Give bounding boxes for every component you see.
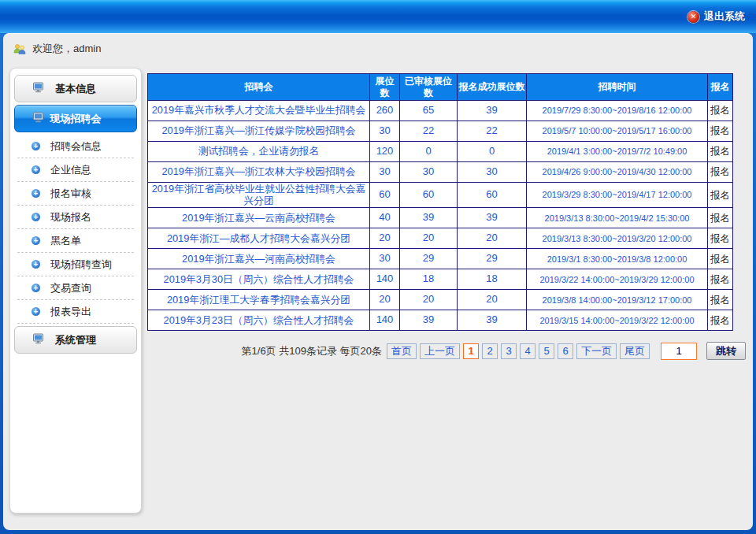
fair-name: 2019年浙江嘉兴—河南高校招聘会 [148,249,370,269]
signup-link[interactable]: 报名 [708,142,733,162]
pagination: 第1/6页 共109条记录 每页20条 首页 上一页 123456 下一页 尾页… [147,342,746,360]
fair-name: 2019年浙江嘉兴—浙江农林大学校园招聘会 [148,162,370,183]
logout-x-icon: ✕ [687,11,699,23]
signup-link[interactable]: 报名 [708,249,733,269]
plus-circle-icon: + [32,307,40,316]
approved-booth-count: 30 [400,162,458,183]
monitor-icon [32,82,45,93]
content-panel: 欢迎您，admin 基本信息现场招聘会+招聘会信息+企业信息+报名审核+现场报名… [3,33,753,530]
table-row: 2019年浙江嘉兴—河南高校招聘会3029292019/3/1 8:30:00~… [148,249,733,269]
fair-table-area: 招聘会展位数已审核展位数报名成功展位数招聘时间报名 2019年嘉兴市秋季人才交流… [147,73,746,360]
column-header-3: 已审核展位数 [400,74,458,101]
success-booth-count: 30 [458,162,527,183]
pagination-page-list: 123456 [463,343,573,359]
booth-count: 140 [370,310,400,331]
page-jump-button[interactable]: 跳转 [706,342,746,360]
table-row: 2019年浙江嘉兴—云南高校招聘会4039392019/3/13 8:30:00… [148,208,733,228]
table-row: 2019年浙江嘉兴—浙江传媒学院校园招聘会3022222019/5/7 10:0… [148,121,733,142]
pagination-page-3[interactable]: 3 [501,343,517,359]
table-row: 2019年浙江理工大学春季招聘会嘉兴分团2020202019/3/8 14:00… [148,290,733,310]
sidebar-item-report-export[interactable]: +报表导出 [17,300,134,324]
signup-link[interactable]: 报名 [708,208,733,228]
sidebar-item-basic-info[interactable]: 基本信息 [14,75,137,102]
pagination-prev-button[interactable]: 上一页 [420,343,460,359]
sidebar-item-onsite-recruit-query[interactable]: +现场招聘查询 [17,253,134,276]
column-header-6: 报名 [708,74,733,101]
booth-count: 20 [370,290,400,310]
fair-time: 2019/3/15 14:00:00~2019/3/22 12:00:00 [527,310,708,331]
table-row: 2019年3月23日（周六）综合性人才招聘会14039392019/3/15 1… [148,310,733,331]
pagination-page-4[interactable]: 4 [520,343,536,359]
success-booth-count: 39 [458,101,527,121]
table-row: 测试招聘会，企业请勿报名120002019/4/1 3:00:00~2019/7… [148,142,733,162]
fair-time: 2019/3/13 8:30:00~2019/3/20 12:00:00 [527,228,708,249]
approved-booth-count: 60 [400,183,458,208]
fair-name: 2019年浙江嘉兴—浙江传媒学院校园招聘会 [148,121,370,142]
pagination-page-2[interactable]: 2 [482,343,498,359]
booth-count: 140 [370,269,400,290]
sidebar-item-onsite-job-fair[interactable]: 现场招聘会 [14,105,137,132]
table-row: 2019年3月30日（周六）综合性人才招聘会14018182019/3/22 1… [148,269,733,290]
table-row: 2019年浙江—成都人才招聘大会嘉兴分团2020202019/3/13 8:30… [148,228,733,249]
fair-name: 2019年浙江嘉兴—云南高校招聘会 [148,208,370,228]
approved-booth-count: 22 [400,121,458,142]
fair-time: 2019/3/29 8:30:00~2019/4/17 12:00:00 [527,183,708,208]
sidebar: 基本信息现场招聘会+招聘会信息+企业信息+报名审核+现场报名+黑名单+现场招聘查… [9,68,142,514]
pagination-last-button[interactable]: 尾页 [620,343,650,359]
booth-count: 260 [370,101,400,121]
sidebar-item-fair-info[interactable]: +招聘会信息 [17,135,134,158]
signup-link[interactable]: 报名 [708,269,733,290]
plus-circle-icon: + [32,189,40,198]
success-booth-count: 20 [458,290,527,310]
pagination-page-1[interactable]: 1 [463,343,479,359]
pagination-page-5[interactable]: 5 [539,343,554,359]
sidebar-item-transaction-query[interactable]: +交易查询 [17,276,134,300]
pagination-next-button[interactable]: 下一页 [576,343,617,359]
sidebar-item-company-info[interactable]: +企业信息 [17,158,134,182]
success-booth-count: 0 [458,142,527,162]
menu-group-label: 系统管理 [55,333,96,347]
welcome-text: 欢迎您，admin [32,42,101,56]
logout-button[interactable]: ✕ 退出系统 [687,9,745,24]
success-booth-count: 29 [458,249,527,269]
welcome-bar: 欢迎您，admin [13,42,101,56]
sidebar-item-onsite-signup[interactable]: +现场报名 [17,206,134,229]
fair-name: 2019年浙江理工大学春季招聘会嘉兴分团 [148,290,370,310]
booth-count: 40 [370,208,400,228]
signup-link[interactable]: 报名 [708,162,733,183]
fair-time: 2019/4/1 3:00:00~2019/7/2 10:49:00 [527,142,708,162]
approved-booth-count: 39 [400,208,458,228]
sidebar-item-system-mgmt[interactable]: 系统管理 [14,326,137,354]
signup-link[interactable]: 报名 [708,183,733,208]
signup-link[interactable]: 报名 [708,310,733,331]
pagination-page-6[interactable]: 6 [558,343,573,359]
logout-label: 退出系统 [704,9,745,24]
signup-link[interactable]: 报名 [708,101,733,121]
pagination-first-button[interactable]: 首页 [387,343,417,359]
monitor-icon [32,112,45,123]
menu-sub-label: 现场招聘查询 [50,258,112,272]
booth-count: 20 [370,228,400,249]
signup-link[interactable]: 报名 [708,290,733,310]
approved-booth-count: 18 [400,269,458,290]
booth-count: 30 [370,249,400,269]
table-header-row: 招聘会展位数已审核展位数报名成功展位数招聘时间报名 [148,74,733,101]
fair-name: 测试招聘会，企业请勿报名 [148,142,370,162]
sidebar-item-blacklist[interactable]: +黑名单 [17,229,134,253]
fair-time: 2019/7/29 8:30:00~2019/8/16 12:00:00 [527,101,708,121]
page-jump-input[interactable] [661,343,697,360]
plus-circle-icon: + [32,213,40,221]
table-row: 2019年嘉兴市秋季人才交流大会暨毕业生招聘会26065392019/7/29 … [148,101,733,121]
column-header-4: 报名成功展位数 [458,74,527,101]
fair-time: 2019/3/1 8:30:00~2019/3/8 12:00:00 [527,249,708,269]
menu-sub-label: 黑名单 [50,234,81,248]
plus-circle-icon: + [32,284,40,292]
sidebar-item-signup-review[interactable]: +报名审核 [17,182,134,206]
sidebar-menu: 基本信息现场招聘会+招聘会信息+企业信息+报名审核+现场报名+黑名单+现场招聘查… [10,75,141,354]
fair-name: 2019年3月30日（周六）综合性人才招聘会 [148,269,370,290]
approved-booth-count: 0 [400,142,458,162]
signup-link[interactable]: 报名 [708,228,733,249]
menu-sub-label: 报表导出 [50,305,91,319]
fair-name: 2019年浙江省高校毕业生就业公益性招聘大会嘉兴分团 [148,183,370,208]
signup-link[interactable]: 报名 [708,121,733,142]
